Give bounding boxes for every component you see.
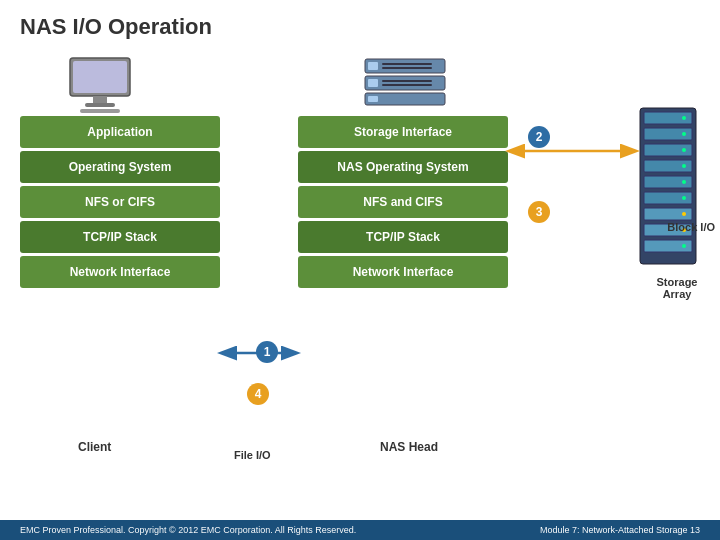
svg-point-30	[682, 196, 686, 200]
svg-rect-1	[73, 61, 127, 93]
svg-rect-8	[382, 67, 432, 69]
badge-4: 4	[247, 383, 269, 405]
badge-1: 1	[256, 341, 278, 363]
nas-tcpip-row: TCP/IP Stack	[298, 221, 508, 253]
badge-3: 3	[528, 201, 550, 223]
svg-rect-3	[85, 103, 115, 107]
client-computer-icon	[65, 56, 135, 116]
svg-point-26	[682, 132, 686, 136]
client-stack: Application Operating System NFS or CIFS…	[20, 116, 220, 288]
nas-server-icon	[360, 54, 450, 114]
block-io-label: Block I/O	[645, 221, 715, 233]
nas-stack: Storage Interface NAS Operating System N…	[298, 116, 508, 288]
storage-array-label: Storage Array	[642, 276, 712, 300]
svg-rect-6	[368, 62, 378, 70]
file-io-label: File I/O	[234, 449, 271, 461]
svg-point-27	[682, 148, 686, 152]
nas-os-row: NAS Operating System	[298, 151, 508, 183]
nas-head-label: NAS Head	[380, 440, 438, 454]
storage-array-icon	[638, 106, 698, 266]
svg-point-25	[682, 116, 686, 120]
footer-left: EMC Proven Professional. Copyright © 201…	[20, 525, 356, 535]
svg-rect-7	[382, 63, 432, 65]
client-tcpip-row: TCP/IP Stack	[20, 221, 220, 253]
svg-point-33	[682, 244, 686, 248]
client-application-row: Application	[20, 116, 220, 148]
nas-network-interface-row: Network Interface	[298, 256, 508, 288]
page-title: NAS I/O Operation	[0, 0, 720, 46]
svg-rect-11	[382, 80, 432, 82]
client-os-row: Operating System	[20, 151, 220, 183]
svg-rect-14	[368, 96, 378, 102]
nas-nfs-cifs-row: NFS and CIFS	[298, 186, 508, 218]
svg-point-28	[682, 164, 686, 168]
client-label: Client	[78, 440, 111, 454]
svg-rect-4	[80, 109, 120, 113]
svg-point-29	[682, 180, 686, 184]
svg-point-31	[682, 212, 686, 216]
client-network-interface-row: Network Interface	[20, 256, 220, 288]
footer: EMC Proven Professional. Copyright © 201…	[0, 520, 720, 540]
svg-rect-12	[382, 84, 432, 86]
badge-2: 2	[528, 126, 550, 148]
footer-right: Module 7: Network-Attached Storage 13	[540, 525, 700, 535]
client-nfs-cifs-row: NFS or CIFS	[20, 186, 220, 218]
nas-storage-interface-row: Storage Interface	[298, 116, 508, 148]
svg-rect-10	[368, 79, 378, 87]
svg-rect-2	[93, 96, 107, 104]
